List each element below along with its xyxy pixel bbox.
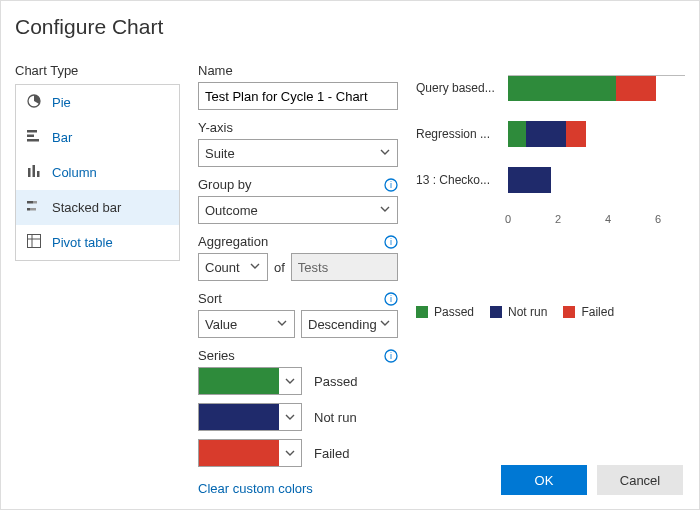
chart-category-label: Regression ... [416,127,500,141]
chart-type-stacked-bar[interactable]: Stacked bar [16,190,179,225]
chevron-down-icon [279,404,301,430]
dialog-title: Configure Chart [15,15,685,39]
chart-bar-row: Regression ... [416,121,685,147]
axis-tick: 6 [655,213,661,225]
svg-rect-2 [27,135,34,138]
column-icon [26,163,42,182]
cancel-button[interactable]: Cancel [597,465,683,495]
legend-label: Not run [508,305,547,319]
legend-swatch [563,306,575,318]
name-input[interactable] [198,82,398,110]
pie-icon [26,93,42,112]
series-name: Not run [314,410,357,425]
svg-rect-7 [27,201,33,204]
svg-rect-8 [33,201,37,204]
svg-text:i: i [390,294,392,304]
yaxis-label: Y-axis [198,120,233,135]
chart-legend: PassedNot runFailed [416,305,685,319]
aggregation-select[interactable]: Count [198,253,268,281]
chart-category-label: 13 : Checko... [416,173,500,187]
svg-rect-6 [37,171,40,177]
axis-tick: 4 [605,213,611,225]
aggregation-target: Tests [291,253,398,281]
groupby-select[interactable]: Outcome [198,196,398,224]
chart-type-pivot-table[interactable]: Pivot table [16,225,179,260]
sort-label: Sort [198,291,222,306]
svg-rect-9 [27,208,30,211]
chart-type-label: Pie [52,95,71,110]
legend-item: Not run [490,305,547,319]
ok-button[interactable]: OK [501,465,587,495]
svg-rect-1 [27,130,37,133]
svg-rect-11 [28,235,41,248]
chart-type-column[interactable]: Column [16,155,179,190]
svg-text:i: i [390,180,392,190]
bar-segment [616,75,656,101]
chevron-down-icon [276,317,288,332]
bar-segment [526,121,566,147]
chart-bar-row: Query based... [416,75,685,101]
chart-type-label: Bar [52,130,72,145]
chart-form: Name Y-axis Suite Group by i Outcome Agg… [198,63,398,496]
chart-type-label: Stacked bar [52,200,121,215]
yaxis-select[interactable]: Suite [198,139,398,167]
chevron-down-icon [279,440,301,466]
aggregation-label: Aggregation [198,234,268,249]
groupby-label: Group by [198,177,251,192]
pivot-table-icon [26,233,42,252]
svg-rect-4 [28,168,31,177]
chart-preview-panel: Query based...Regression ...13 : Checko.… [416,63,685,496]
info-icon: i [384,178,398,192]
chart-type-label: Column [52,165,97,180]
chart-type-pie[interactable]: Pie [16,85,179,120]
chart-type-label: Chart Type [15,63,180,78]
info-icon: i [384,292,398,306]
chevron-down-icon [249,260,261,275]
sort-field-select[interactable]: Value [198,310,295,338]
configure-chart-dialog: Configure Chart Chart Type Pie Bar [0,0,700,510]
svg-rect-5 [33,165,36,177]
legend-label: Failed [581,305,614,319]
color-swatch [199,368,279,394]
legend-item: Failed [563,305,614,319]
bar-segment [508,75,616,101]
series-name: Failed [314,446,349,461]
sort-direction-select[interactable]: Descending [301,310,398,338]
series-row: Passed [198,367,398,395]
chart-type-bar[interactable]: Bar [16,120,179,155]
bar-segment [508,121,526,147]
series-row: Not run [198,403,398,431]
chart-category-label: Query based... [416,81,500,95]
bar-segment [508,167,551,193]
color-swatch [199,440,279,466]
of-label: of [274,260,285,275]
stacked-bar-icon [26,198,42,217]
series-row: Failed [198,439,398,467]
chevron-down-icon [379,317,391,332]
series-label: Series [198,348,235,363]
series-color-select[interactable] [198,367,302,395]
name-label: Name [198,63,233,78]
chart-type-panel: Chart Type Pie Bar [15,63,180,496]
color-swatch [199,404,279,430]
clear-custom-colors-link[interactable]: Clear custom colors [198,481,313,496]
chart-type-label: Pivot table [52,235,113,250]
info-icon: i [384,235,398,249]
series-color-select[interactable] [198,439,302,467]
chevron-down-icon [379,203,391,218]
legend-label: Passed [434,305,474,319]
series-color-select[interactable] [198,403,302,431]
bar-icon [26,128,42,147]
svg-text:i: i [390,351,392,361]
chart-bar-row: 13 : Checko... [416,167,685,193]
legend-swatch [416,306,428,318]
info-icon: i [384,349,398,363]
chevron-down-icon [379,146,391,161]
bar-segment [566,121,586,147]
legend-item: Passed [416,305,474,319]
axis-tick: 2 [555,213,561,225]
svg-text:i: i [390,237,392,247]
chevron-down-icon [279,368,301,394]
legend-swatch [490,306,502,318]
svg-rect-10 [30,208,36,211]
